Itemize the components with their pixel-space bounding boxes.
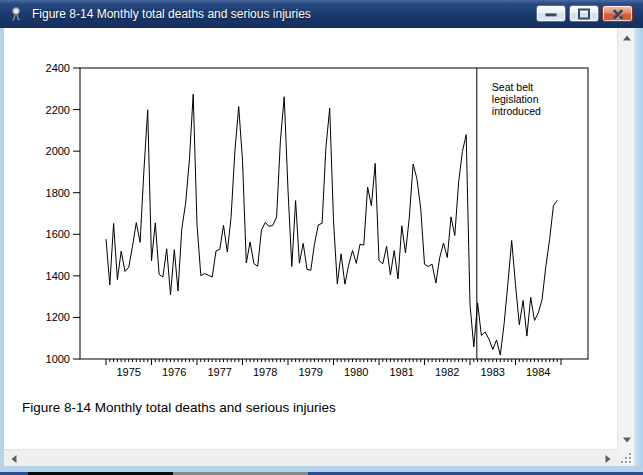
svg-text:1600: 1600 bbox=[46, 228, 70, 240]
window-border-right bbox=[634, 28, 643, 467]
svg-text:1981: 1981 bbox=[390, 366, 414, 378]
svg-text:1975: 1975 bbox=[117, 366, 141, 378]
svg-text:1978: 1978 bbox=[253, 366, 277, 378]
app-window: Figure 8-14 Monthly total deaths and ser… bbox=[0, 0, 643, 475]
window-border-left bbox=[0, 28, 4, 467]
minimize-button[interactable] bbox=[536, 5, 566, 22]
content-area: 1000120014001600180020002200240019751976… bbox=[4, 28, 617, 449]
scroll-up-button[interactable] bbox=[619, 30, 634, 45]
restore-button[interactable] bbox=[569, 5, 599, 22]
svg-text:1800: 1800 bbox=[46, 187, 70, 199]
restore-icon bbox=[578, 8, 590, 19]
svg-text:1983: 1983 bbox=[481, 366, 505, 378]
close-icon bbox=[612, 8, 624, 20]
scroll-down-button[interactable] bbox=[619, 432, 634, 447]
sketch-app-icon[interactable] bbox=[8, 5, 26, 23]
svg-text:2400: 2400 bbox=[46, 62, 70, 74]
scroll-left-button[interactable] bbox=[6, 451, 21, 466]
svg-text:1976: 1976 bbox=[162, 366, 186, 378]
svg-text:1979: 1979 bbox=[299, 366, 323, 378]
titlebar[interactable]: Figure 8-14 Monthly total deaths and ser… bbox=[0, 0, 643, 28]
scroll-left-icon bbox=[11, 455, 16, 463]
scroll-right-button[interactable] bbox=[600, 451, 615, 466]
svg-text:introduced: introduced bbox=[492, 105, 541, 117]
scroll-down-icon bbox=[623, 437, 631, 442]
resize-grip-icon[interactable] bbox=[622, 454, 631, 463]
svg-text:1977: 1977 bbox=[208, 366, 232, 378]
svg-text:1400: 1400 bbox=[46, 270, 70, 282]
svg-text:1000: 1000 bbox=[46, 353, 70, 365]
minimize-icon bbox=[546, 13, 557, 16]
scroll-up-icon bbox=[623, 35, 631, 40]
scroll-right-icon bbox=[605, 455, 610, 463]
vertical-scrollbar[interactable] bbox=[617, 28, 635, 449]
svg-text:1982: 1982 bbox=[435, 366, 459, 378]
window-controls bbox=[536, 5, 633, 22]
svg-text:2200: 2200 bbox=[46, 104, 70, 116]
horizontal-scrollbar[interactable] bbox=[4, 449, 617, 467]
svg-text:legislation: legislation bbox=[492, 93, 539, 105]
svg-text:1984: 1984 bbox=[526, 366, 550, 378]
chart-svg: 1000120014001600180020002200240019751976… bbox=[4, 28, 617, 449]
close-button[interactable] bbox=[602, 5, 633, 22]
window-title: Figure 8-14 Monthly total deaths and ser… bbox=[32, 7, 311, 21]
scrollbar-corner bbox=[617, 449, 634, 466]
svg-text:Seat belt: Seat belt bbox=[492, 81, 534, 93]
svg-text:2000: 2000 bbox=[46, 145, 70, 157]
svg-text:1980: 1980 bbox=[344, 366, 368, 378]
svg-text:1200: 1200 bbox=[46, 311, 70, 323]
chart-caption: Figure 8-14 Monthly total deaths and ser… bbox=[22, 400, 336, 415]
